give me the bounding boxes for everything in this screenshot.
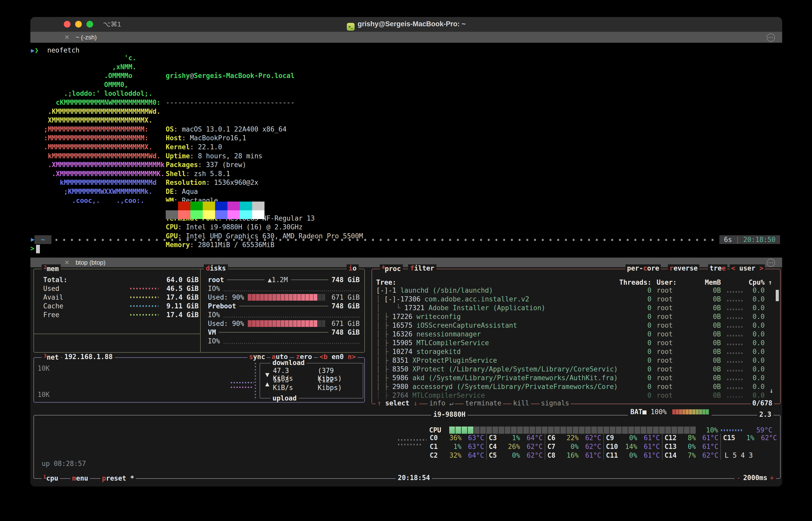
palette-swatch [190,210,203,219]
process-row[interactable]: │ ├ 2980 accessoryd (/System/Library/Pri… [372,382,780,391]
core-cell: C130%61°C [663,442,721,451]
palette-swatch [203,210,215,219]
status-line-right: 6s|20:18:50 [719,235,780,244]
interval-decrease-button[interactable]: - [737,474,741,482]
select-keys[interactable]: ↑ select ↓ [376,399,419,407]
shell-mark-icon: ▶ [31,236,34,243]
neofetch-logo-line: kMMMMMMMMMMMMMMMMMMMMMMMMWd. [44,152,165,161]
net-interface-switcher[interactable]: <b en0 n> [318,353,357,361]
neofetch-logo-line: .MMMMMMMMMMMMMMMMMMMMMMMMX. [44,143,165,152]
screen: ⌥⌘1 >_grishy@Sergeis-MacBook-Pro: ~ ✕ ~ … [0,0,812,521]
core-grid: C036%63°CC11%63°CC232%64°CC31%64°CC426%6… [428,433,779,460]
proc-scrollbar[interactable] [776,287,779,402]
close-tab-icon[interactable]: ✕ [64,34,69,41]
net-ip-address: 192.168.1.88 [62,353,115,361]
net-axis-bottom: 10K [38,391,50,399]
proc-reverse-toggle[interactable]: reverse [668,264,699,272]
preset-button[interactable]: preset * [100,474,136,482]
cpu-history-graph [398,444,423,445]
text-cursor[interactable] [36,245,40,253]
disk-name-row: root▲1.2M748 GiB [208,275,360,284]
process-row[interactable]: │ ├ 17226 writeconfig0root0B0.0 [372,312,780,321]
palette-swatch [240,202,252,210]
sort-direction-icon[interactable]: ↑ [768,278,772,286]
menu-button[interactable]: menu [71,474,90,482]
palette-swatch [178,202,190,210]
interval-increase-button[interactable]: + [770,474,774,482]
neofetch-info-row: OS: macOS 13.0.1 22A400 x86_64 [166,125,363,134]
palette-swatch [228,202,240,210]
terminate-key[interactable]: terminate [463,399,503,407]
proc-scrollbar-thumb[interactable] [776,290,779,301]
tab-menu-icon[interactable]: ⋯ [767,259,775,267]
window-titlebar[interactable]: ⌥⌘1 >_grishy@Sergeis-MacBook-Pro: ~ [30,17,782,31]
core-column: C036%63°CC11%63°CC232%64°C [428,433,486,460]
signals-key[interactable]: signals [540,399,571,407]
core-cell: C232%64°C [428,451,486,460]
proc-percore-toggle[interactable]: per-core [625,264,661,272]
tab-label-btop[interactable]: btop (btop) [76,259,105,266]
process-row[interactable]: │ ├ 16575 iOSScreenCaptureAssistant0root… [372,321,780,330]
process-row[interactable]: │ ├ 2764 MTLCompilerService0root0B0.0 [372,391,780,400]
core-cell: C50%62°C [487,451,545,460]
proc-box-title[interactable]: 4proc [380,264,403,273]
upload-graph-trace [231,387,254,388]
neofetch-info-row: Packages: 337 (brew) [166,160,363,169]
mem-box-title[interactable]: 2mem [42,264,61,273]
cpu-model-title[interactable]: i9-9880H [431,411,468,418]
neofetch-info-row: Uptime: 8 hours, 28 mins [166,152,363,161]
process-row[interactable]: │ ├ 8350 XProtect (/Library/Apple/System… [372,365,780,373]
proc-tree-toggle[interactable]: tree [708,264,727,272]
kill-key[interactable]: kill [511,399,531,407]
neofetch-info-row: DE: Aqua [166,187,363,196]
disk-used-row: Used: 90%671 GiB [208,293,360,302]
core-cell: C128%61°C [663,433,721,442]
net-box-title[interactable]: 3net [42,353,61,361]
core-cell: C110%61°C [604,451,662,460]
scroll-more-icon[interactable]: ↓ [769,387,773,394]
upload-speed-row: ▲15.3 KiB/s(122 Kibps) [265,380,360,388]
neofetch-apple-logo: 'c. ,xNMM. .OMMMMo OMMM0, .;loddo:' lool… [44,53,165,205]
neofetch-info-row: Host: MacBookPro16,1 [166,134,363,143]
core-column: C90%61°CC1014%61°CC110%61°C [603,433,662,460]
neofetch-logo-line: .cooc,. .,coo:. [44,196,165,205]
proc-filter-button[interactable]: filter [408,264,436,272]
upload-label: upload [270,394,299,402]
process-row[interactable]: │ ├ 16326 nesessionmanager0root0B0.0 [372,330,780,339]
close-tab-icon[interactable]: ✕ [64,259,69,266]
neofetch-info-row: Shell: zsh 5.8.1 [166,169,363,178]
palette-swatch [203,202,215,210]
disk-name-row: VM748 GiB [208,328,360,337]
neofetch-logo-line: :MMMMMMMMMMMMMMMMMMMMMMMM: [44,134,165,143]
neofetch-logo-line: ;MMMMMMMMMMMMMMMMMMMMMMMM: [44,125,165,134]
process-row[interactable]: │ ├ 15905 MTLCompilerService0root0B0.0 [372,339,780,347]
mem-meter-dots [130,297,159,298]
core-column: C151%62°CL 5 4 3 [720,433,779,460]
cpu-history-graph [398,439,426,441]
disk-io-row: IO% [208,311,360,319]
process-row[interactable]: │ ├ 10274 storagekitd0root0B0.0 [372,347,780,356]
core-cell: C816%61°C [545,451,603,460]
core-cell: L 5 4 3 [721,451,779,460]
disks-box-title[interactable]: disks [204,264,228,272]
process-row[interactable]: [-]-1 launchd (/sbin/launchd)0root0B0.0 [372,286,780,295]
cpu-usage-meter [449,427,696,434]
proc-sort-selector[interactable]: < user > [730,264,765,272]
mem-row: Free17.4 GiB [43,311,199,319]
process-row[interactable]: │ ├ 8351 XProtectPluginService0root0B0.0 [372,356,780,365]
process-row[interactable]: │ └ 17321 Adobe Installer (Application)0… [372,303,780,312]
mem-meter-dots [130,314,159,316]
palette-swatch [215,202,228,210]
neofetch-info-row: Resolution: 1536x960@2x [166,178,363,187]
palette-swatch [178,210,190,219]
mem-meter-dots [130,305,159,307]
net-axis-top: 10K [38,364,50,372]
info-key[interactable]: info ↵ [428,399,455,407]
net-sync-toggle[interactable]: sync [247,353,267,361]
tab-menu-icon[interactable]: ⋯ [767,33,775,42]
cpu-box-key[interactable]: 1cpu [42,474,60,482]
tab-label-zsh[interactable]: ~ (-zsh) [76,34,97,41]
io-toggle[interactable]: io [347,264,359,272]
process-row[interactable]: │ ├ 5986 akd (/System/Library/PrivateFra… [372,373,780,382]
process-row[interactable]: │ [-]-17306 com.adobe.acc.installer.v20r… [372,295,780,303]
